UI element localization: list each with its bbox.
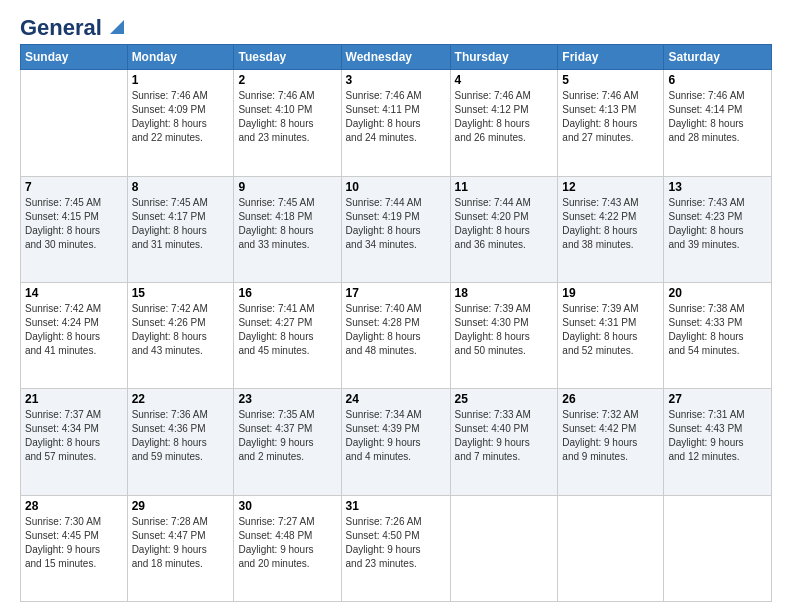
day-number: 2 [238,73,336,87]
day-number: 16 [238,286,336,300]
calendar-cell: 30Sunrise: 7:27 AMSunset: 4:48 PMDayligh… [234,495,341,601]
calendar-cell [450,495,558,601]
calendar-cell: 8Sunrise: 7:45 AMSunset: 4:17 PMDaylight… [127,176,234,282]
calendar-week-5: 28Sunrise: 7:30 AMSunset: 4:45 PMDayligh… [21,495,772,601]
day-number: 26 [562,392,659,406]
col-header-sunday: Sunday [21,45,128,70]
svg-marker-0 [110,20,124,34]
calendar-cell: 24Sunrise: 7:34 AMSunset: 4:39 PMDayligh… [341,389,450,495]
day-number: 9 [238,180,336,194]
day-info: Sunrise: 7:44 AMSunset: 4:20 PMDaylight:… [455,196,554,252]
calendar-cell: 2Sunrise: 7:46 AMSunset: 4:10 PMDaylight… [234,70,341,176]
calendar-cell: 12Sunrise: 7:43 AMSunset: 4:22 PMDayligh… [558,176,664,282]
calendar-cell: 13Sunrise: 7:43 AMSunset: 4:23 PMDayligh… [664,176,772,282]
calendar-cell: 18Sunrise: 7:39 AMSunset: 4:30 PMDayligh… [450,282,558,388]
day-number: 18 [455,286,554,300]
calendar-cell: 29Sunrise: 7:28 AMSunset: 4:47 PMDayligh… [127,495,234,601]
day-number: 13 [668,180,767,194]
calendar-week-1: 1Sunrise: 7:46 AMSunset: 4:09 PMDaylight… [21,70,772,176]
calendar-cell: 27Sunrise: 7:31 AMSunset: 4:43 PMDayligh… [664,389,772,495]
day-number: 7 [25,180,123,194]
day-number: 8 [132,180,230,194]
day-number: 24 [346,392,446,406]
day-info: Sunrise: 7:45 AMSunset: 4:18 PMDaylight:… [238,196,336,252]
day-info: Sunrise: 7:46 AMSunset: 4:11 PMDaylight:… [346,89,446,145]
day-info: Sunrise: 7:35 AMSunset: 4:37 PMDaylight:… [238,408,336,464]
day-number: 21 [25,392,123,406]
day-number: 29 [132,499,230,513]
day-info: Sunrise: 7:44 AMSunset: 4:19 PMDaylight:… [346,196,446,252]
day-info: Sunrise: 7:43 AMSunset: 4:23 PMDaylight:… [668,196,767,252]
day-number: 5 [562,73,659,87]
day-number: 25 [455,392,554,406]
calendar-cell: 10Sunrise: 7:44 AMSunset: 4:19 PMDayligh… [341,176,450,282]
day-info: Sunrise: 7:31 AMSunset: 4:43 PMDaylight:… [668,408,767,464]
day-info: Sunrise: 7:42 AMSunset: 4:24 PMDaylight:… [25,302,123,358]
day-number: 11 [455,180,554,194]
col-header-friday: Friday [558,45,664,70]
calendar-cell: 15Sunrise: 7:42 AMSunset: 4:26 PMDayligh… [127,282,234,388]
day-number: 30 [238,499,336,513]
calendar-cell: 26Sunrise: 7:32 AMSunset: 4:42 PMDayligh… [558,389,664,495]
calendar-week-3: 14Sunrise: 7:42 AMSunset: 4:24 PMDayligh… [21,282,772,388]
day-info: Sunrise: 7:33 AMSunset: 4:40 PMDaylight:… [455,408,554,464]
day-info: Sunrise: 7:36 AMSunset: 4:36 PMDaylight:… [132,408,230,464]
calendar-table: SundayMondayTuesdayWednesdayThursdayFrid… [20,44,772,602]
calendar-cell: 21Sunrise: 7:37 AMSunset: 4:34 PMDayligh… [21,389,128,495]
col-header-saturday: Saturday [664,45,772,70]
calendar-week-4: 21Sunrise: 7:37 AMSunset: 4:34 PMDayligh… [21,389,772,495]
day-number: 31 [346,499,446,513]
day-info: Sunrise: 7:37 AMSunset: 4:34 PMDaylight:… [25,408,123,464]
day-number: 28 [25,499,123,513]
col-header-thursday: Thursday [450,45,558,70]
day-number: 17 [346,286,446,300]
logo-icon [106,18,124,36]
calendar-cell: 5Sunrise: 7:46 AMSunset: 4:13 PMDaylight… [558,70,664,176]
day-number: 20 [668,286,767,300]
day-info: Sunrise: 7:46 AMSunset: 4:09 PMDaylight:… [132,89,230,145]
day-number: 15 [132,286,230,300]
calendar-cell: 1Sunrise: 7:46 AMSunset: 4:09 PMDaylight… [127,70,234,176]
day-number: 19 [562,286,659,300]
logo-text-general: General [20,16,102,40]
day-info: Sunrise: 7:32 AMSunset: 4:42 PMDaylight:… [562,408,659,464]
calendar-cell: 9Sunrise: 7:45 AMSunset: 4:18 PMDaylight… [234,176,341,282]
col-header-tuesday: Tuesday [234,45,341,70]
calendar-week-2: 7Sunrise: 7:45 AMSunset: 4:15 PMDaylight… [21,176,772,282]
col-header-wednesday: Wednesday [341,45,450,70]
calendar-cell: 14Sunrise: 7:42 AMSunset: 4:24 PMDayligh… [21,282,128,388]
page: General SundayMondayTuesdayWednesdayThur… [0,0,792,612]
calendar-cell: 6Sunrise: 7:46 AMSunset: 4:14 PMDaylight… [664,70,772,176]
calendar-cell: 17Sunrise: 7:40 AMSunset: 4:28 PMDayligh… [341,282,450,388]
day-info: Sunrise: 7:27 AMSunset: 4:48 PMDaylight:… [238,515,336,571]
day-info: Sunrise: 7:34 AMSunset: 4:39 PMDaylight:… [346,408,446,464]
calendar-cell: 3Sunrise: 7:46 AMSunset: 4:11 PMDaylight… [341,70,450,176]
day-number: 3 [346,73,446,87]
calendar-cell: 22Sunrise: 7:36 AMSunset: 4:36 PMDayligh… [127,389,234,495]
calendar-cell: 7Sunrise: 7:45 AMSunset: 4:15 PMDaylight… [21,176,128,282]
day-number: 23 [238,392,336,406]
header: General [20,16,772,36]
day-info: Sunrise: 7:26 AMSunset: 4:50 PMDaylight:… [346,515,446,571]
calendar-cell [21,70,128,176]
calendar-cell: 31Sunrise: 7:26 AMSunset: 4:50 PMDayligh… [341,495,450,601]
day-number: 6 [668,73,767,87]
day-info: Sunrise: 7:28 AMSunset: 4:47 PMDaylight:… [132,515,230,571]
day-number: 10 [346,180,446,194]
calendar-cell: 11Sunrise: 7:44 AMSunset: 4:20 PMDayligh… [450,176,558,282]
day-number: 27 [668,392,767,406]
day-number: 1 [132,73,230,87]
day-info: Sunrise: 7:38 AMSunset: 4:33 PMDaylight:… [668,302,767,358]
calendar-cell: 28Sunrise: 7:30 AMSunset: 4:45 PMDayligh… [21,495,128,601]
day-info: Sunrise: 7:40 AMSunset: 4:28 PMDaylight:… [346,302,446,358]
calendar-cell: 4Sunrise: 7:46 AMSunset: 4:12 PMDaylight… [450,70,558,176]
day-number: 14 [25,286,123,300]
day-info: Sunrise: 7:46 AMSunset: 4:10 PMDaylight:… [238,89,336,145]
day-info: Sunrise: 7:42 AMSunset: 4:26 PMDaylight:… [132,302,230,358]
calendar-cell [664,495,772,601]
day-info: Sunrise: 7:39 AMSunset: 4:31 PMDaylight:… [562,302,659,358]
day-info: Sunrise: 7:46 AMSunset: 4:13 PMDaylight:… [562,89,659,145]
col-header-monday: Monday [127,45,234,70]
day-number: 12 [562,180,659,194]
day-number: 4 [455,73,554,87]
